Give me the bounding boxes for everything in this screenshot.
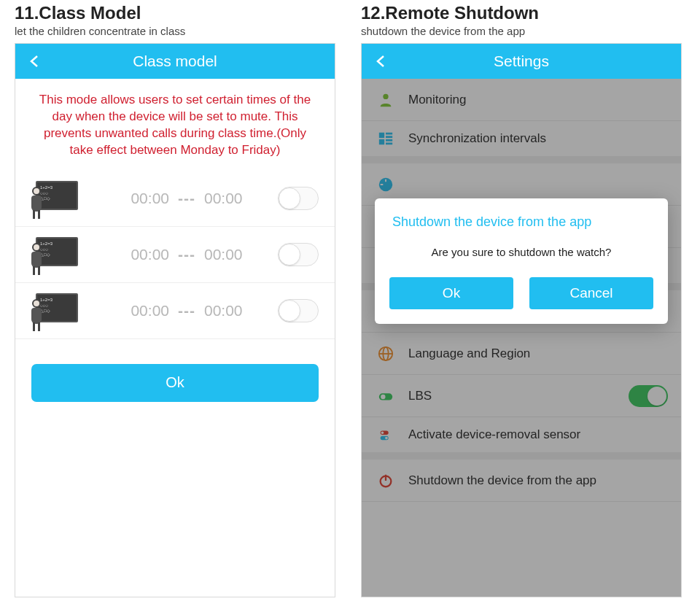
chalkboard-icon bbox=[28, 234, 79, 275]
phone-body: This mode allows users to set certain ti… bbox=[15, 79, 335, 597]
section-title: 11.Class Model bbox=[15, 3, 339, 23]
phone-screen-class-model: Class model This mode allows users to se… bbox=[15, 43, 335, 597]
back-button[interactable] bbox=[26, 52, 44, 71]
ok-label: Ok bbox=[166, 374, 184, 391]
dialog-message: Are you sure to shutdown the watch? bbox=[389, 246, 653, 258]
section-subtitle: let the children concentrate in class bbox=[15, 25, 339, 37]
arrow-left-icon bbox=[26, 53, 44, 70]
end-time: 00:00 bbox=[204, 246, 243, 263]
dash: --- bbox=[178, 302, 195, 319]
start-time: 00:00 bbox=[131, 190, 169, 207]
arrow-left-icon bbox=[373, 53, 390, 70]
dialog-ok-button[interactable]: Ok bbox=[389, 277, 513, 309]
dialog-title: Shutdown the device from the app bbox=[389, 214, 653, 230]
screen-title: Settings bbox=[494, 53, 549, 70]
ok-label: Ok bbox=[443, 285, 460, 301]
dialog-buttons: Ok Cancel bbox=[389, 277, 653, 309]
time-row[interactable]: 00:00 --- 00:00 bbox=[15, 171, 335, 227]
phone-body: Monitoring Synchronization intervals bbox=[362, 79, 681, 597]
toggle-switch[interactable] bbox=[278, 299, 319, 322]
dash: --- bbox=[178, 246, 195, 263]
screen-title: Class model bbox=[133, 53, 217, 70]
time-range[interactable]: 00:00 --- 00:00 bbox=[96, 190, 278, 207]
dialog-cancel-button[interactable]: Cancel bbox=[529, 277, 653, 309]
class-description: This mode allows users to set certain ti… bbox=[15, 79, 335, 171]
shutdown-dialog: Shutdown the device from the app Are you… bbox=[375, 198, 668, 324]
toggle-switch[interactable] bbox=[278, 243, 319, 266]
time-range[interactable]: 00:00 --- 00:00 bbox=[96, 246, 278, 263]
end-time: 00:00 bbox=[204, 190, 243, 207]
ok-button[interactable]: Ok bbox=[31, 364, 319, 402]
panel-header: 11.Class Model let the children concentr… bbox=[15, 0, 339, 43]
section-subtitle: shutdown the device from the app bbox=[361, 25, 685, 37]
start-time: 00:00 bbox=[131, 302, 169, 319]
titlebar: Settings bbox=[362, 44, 681, 79]
start-time: 00:00 bbox=[131, 246, 169, 263]
time-row[interactable]: 00:00 --- 00:00 bbox=[15, 227, 335, 283]
time-range[interactable]: 00:00 --- 00:00 bbox=[96, 302, 278, 319]
section-title: 12.Remote Shutdown bbox=[361, 3, 685, 23]
time-row[interactable]: 00:00 --- 00:00 bbox=[15, 283, 335, 339]
cancel-label: Cancel bbox=[569, 285, 612, 301]
back-button[interactable] bbox=[372, 52, 391, 71]
dash: --- bbox=[178, 190, 195, 207]
phone-screen-settings: Settings Monitoring Synchronization bbox=[361, 43, 682, 597]
panel-header: 12.Remote Shutdown shutdown the device f… bbox=[361, 0, 685, 43]
panel-remote-shutdown: 12.Remote Shutdown shutdown the device f… bbox=[361, 0, 685, 597]
chalkboard-icon bbox=[28, 178, 79, 219]
end-time: 00:00 bbox=[204, 302, 243, 319]
panel-class-model: 11.Class Model let the children concentr… bbox=[15, 0, 339, 597]
chalkboard-icon bbox=[28, 290, 79, 331]
modal-overlay[interactable] bbox=[362, 79, 681, 597]
titlebar: Class model bbox=[15, 44, 335, 79]
toggle-switch[interactable] bbox=[278, 187, 319, 210]
